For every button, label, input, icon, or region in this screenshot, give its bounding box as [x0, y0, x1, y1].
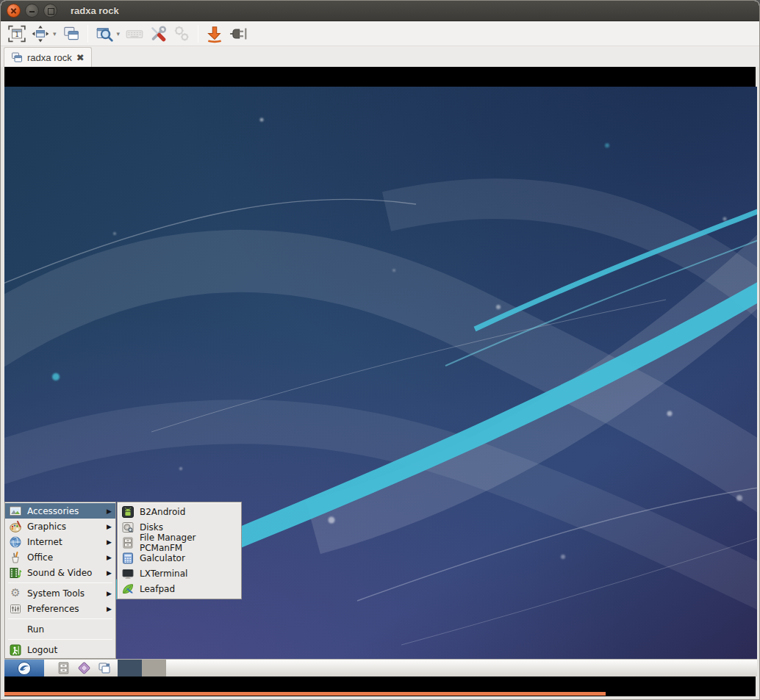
menu-item-label: Preferences: [27, 604, 79, 614]
chevron-down-icon[interactable]: ▾: [117, 30, 121, 37]
window-title: radxa rock: [71, 5, 119, 16]
titlebar: radxa rock: [1, 1, 759, 21]
disconnect-button[interactable]: [226, 23, 250, 45]
svg-text:1: 1: [15, 31, 18, 38]
remote-desktop-viewport[interactable]: Accessories ▶ Graphics ▶: [1, 67, 759, 700]
submenu-item-label: Leafpad: [140, 584, 175, 594]
menu-item-label: Sound & Video: [27, 568, 92, 578]
leafpad-icon: [121, 582, 135, 596]
magnifier-window-icon: [95, 24, 114, 43]
logout-icon: [9, 643, 22, 657]
submenu-item-label: Disks: [140, 522, 163, 533]
tab-close-icon[interactable]: ✖: [76, 53, 85, 62]
submenu-item-label: Galculator: [140, 553, 185, 563]
workspace-pager: [118, 660, 166, 676]
menu-separator: [8, 582, 112, 583]
menu-item-run[interactable]: Run: [5, 621, 115, 637]
duplicate-window-button[interactable]: [60, 23, 83, 45]
scaled-view-button[interactable]: [93, 23, 116, 45]
taskbar-iconify-all-button[interactable]: [94, 660, 115, 676]
disks-icon: [121, 521, 135, 534]
resize-window-button[interactable]: [29, 23, 52, 45]
submenu-item-label: File Manager PCManFM: [140, 533, 237, 553]
submenu-arrow-icon: ▶: [107, 590, 112, 597]
menu-item-graphics[interactable]: Graphics ▶: [5, 519, 115, 534]
menu-separator: [8, 639, 112, 640]
workspace-1[interactable]: [118, 660, 142, 676]
toolbar: 1 ▾ ▾: [1, 21, 759, 46]
menu-item-label: Logout: [27, 645, 57, 655]
submenu-item-file-manager[interactable]: File Manager PCManFM: [118, 535, 241, 550]
taskbar-desktop-button[interactable]: [74, 660, 94, 676]
minimize-window-button[interactable]: [25, 4, 39, 18]
submenu-arrow-icon: ▶: [107, 523, 112, 530]
submenu-arrow-icon: ▶: [107, 605, 112, 613]
menu-item-system-tools[interactable]: ⚙ System Tools ▶: [5, 585, 115, 601]
submenu-arrow-icon: ▶: [107, 554, 112, 561]
menu-item-label: System Tools: [27, 588, 85, 599]
taskbar-file-manager-button[interactable]: [53, 660, 74, 676]
fullscreen-icon: 1: [7, 24, 26, 43]
menu-item-office[interactable]: Office ▶: [5, 549, 115, 565]
menu-item-internet[interactable]: Internet ▶: [5, 534, 115, 549]
import-download-button[interactable]: [203, 23, 226, 45]
keyboard-grab-button[interactable]: [123, 23, 146, 45]
menu-separator: [8, 618, 112, 619]
close-window-button[interactable]: [7, 4, 21, 18]
chevron-down-icon[interactable]: ▾: [53, 30, 57, 37]
terminal-icon: [121, 567, 135, 580]
submenu-arrow-icon: ▶: [107, 508, 112, 515]
remote-viewer-window: radxa rock 1 ▾: [0, 0, 760, 700]
menu-item-label: Graphics: [27, 522, 66, 532]
remote-taskbar: [4, 659, 757, 676]
menu-item-label: Internet: [27, 537, 62, 547]
workspace-2[interactable]: [142, 660, 166, 676]
tabbar: radxa rock ✖: [1, 46, 759, 67]
start-menu-button[interactable]: [4, 660, 44, 676]
android-icon: [121, 505, 135, 519]
keyboard-icon: [125, 24, 144, 43]
submenu-item-b2android[interactable]: B2Android: [118, 504, 241, 519]
accessories-submenu: B2Android Disks: [117, 502, 242, 599]
menu-item-accessories[interactable]: Accessories ▶: [5, 503, 115, 519]
download-arrow-icon: [205, 24, 224, 43]
tab-windows-icon: [11, 51, 23, 63]
preferences-icon: [9, 602, 22, 616]
gem-icon: [76, 660, 92, 676]
tab-radxa-rock[interactable]: radxa rock ✖: [4, 47, 92, 67]
settings-gears-button[interactable]: [170, 23, 193, 45]
menu-item-sound-video[interactable]: Sound & Video ▶: [5, 565, 115, 580]
bottom-orange-bar: [4, 692, 606, 696]
empty-icon-slot: [9, 623, 22, 636]
submenu-arrow-icon: ▶: [107, 569, 112, 577]
office-icon: [9, 551, 22, 564]
application-menu: Accessories ▶ Graphics ▶: [4, 502, 116, 659]
tools-icon: [148, 24, 168, 43]
menu-item-label: Office: [27, 552, 53, 563]
tab-label: radxa rock: [27, 52, 72, 63]
fullscreen-button[interactable]: 1: [5, 23, 29, 45]
system-tools-icon: ⚙: [9, 587, 22, 600]
menu-item-label: Run: [27, 624, 44, 635]
calculator-icon: [121, 552, 135, 565]
submenu-arrow-icon: ▶: [107, 538, 112, 546]
resize-window-icon: [31, 24, 50, 43]
submenu-item-leafpad[interactable]: Leafpad: [118, 581, 241, 596]
submenu-item-label: LXTerminal: [140, 569, 187, 579]
submenu-item-lxterminal[interactable]: LXTerminal: [118, 566, 241, 581]
menu-item-preferences[interactable]: Preferences ▶: [5, 601, 115, 616]
menu-item-logout[interactable]: Logout: [5, 642, 115, 657]
submenu-item-label: B2Android: [140, 507, 185, 517]
sound-video-icon: [9, 566, 22, 580]
windows-icon: [62, 24, 81, 43]
windows-icon: [97, 661, 112, 676]
internet-icon: [9, 535, 22, 549]
menu-item-label: Accessories: [27, 506, 79, 516]
tools-button[interactable]: [146, 23, 170, 45]
toolbar-separator: [198, 25, 198, 43]
graphics-icon: [9, 520, 22, 533]
lxde-logo-icon: [17, 661, 32, 676]
maximize-window-button[interactable]: [43, 4, 57, 18]
plug-icon: [229, 24, 248, 43]
file-manager-icon: [121, 536, 135, 549]
